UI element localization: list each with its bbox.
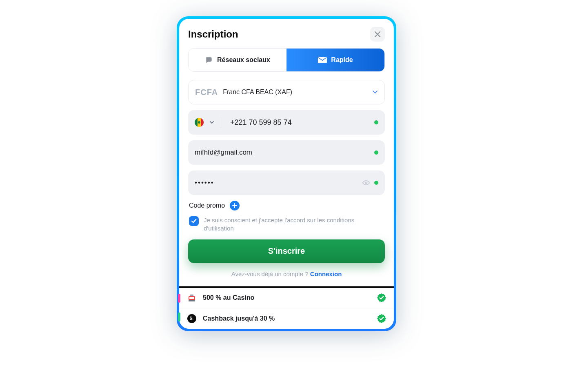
signup-card: Inscription Réseaux sociaux Rapide	[179, 19, 394, 286]
accent-pink	[178, 294, 180, 303]
svg-rect-4	[190, 295, 193, 296]
slot-machine-icon	[187, 292, 197, 303]
page-title: Inscription	[188, 29, 238, 40]
verified-badge-icon	[377, 293, 386, 303]
login-link[interactable]: Connexion	[310, 270, 342, 277]
promo-cashback-label: Cashback jusqu'à 30 %	[203, 315, 371, 322]
check-icon	[191, 219, 197, 224]
svg-rect-5	[189, 300, 195, 301]
phone-country-chevron-down-icon[interactable]	[209, 121, 214, 124]
password-input[interactable]: ••••••	[195, 179, 362, 187]
promo-casino-label: 500 % au Casino	[203, 294, 371, 301]
tab-social-label: Réseaux sociaux	[217, 56, 270, 64]
svg-rect-3	[189, 297, 194, 299]
chat-icon	[205, 56, 213, 64]
terms-text: Je suis conscient et j'accepte l'accord …	[204, 216, 384, 233]
svg-rect-0	[318, 57, 327, 63]
status-valid-dot	[374, 151, 378, 155]
chevron-down-icon	[372, 90, 378, 94]
tab-social[interactable]: Réseaux sociaux	[189, 49, 286, 71]
svg-text:$↕: $↕	[190, 316, 194, 321]
accent-green	[178, 312, 180, 321]
promo-strip: 500 % au Casino $↕ Cashback jusqu'à 30 %	[179, 286, 394, 329]
password-field[interactable]: ••••••	[188, 171, 385, 195]
eye-icon[interactable]	[362, 179, 370, 187]
phone-field[interactable]: +221 70 599 85 74	[188, 110, 385, 135]
email-input[interactable]: mifhfd@gmail.com	[195, 148, 374, 157]
currency-code: FCFA	[195, 88, 218, 97]
close-icon	[375, 31, 380, 37]
login-row: Avez-vous déjà un compte ? Connexion	[188, 270, 385, 277]
email-field[interactable]: mifhfd@gmail.com	[188, 140, 385, 165]
separator	[221, 117, 221, 128]
plus-icon	[232, 203, 237, 208]
terms-checkbox[interactable]	[189, 216, 199, 226]
currency-name: Franc CFA BEAC (XAF)	[223, 89, 372, 96]
signup-tabs: Réseaux sociaux Rapide	[188, 48, 385, 72]
signup-button-label: S'inscrire	[268, 246, 305, 256]
status-valid-dot	[374, 120, 378, 124]
tab-quick[interactable]: Rapide	[286, 49, 384, 71]
flag-senegal-icon	[195, 118, 204, 127]
phone-frame: Inscription Réseaux sociaux Rapide	[177, 16, 396, 331]
svg-point-1	[365, 182, 367, 184]
tab-quick-label: Rapide	[331, 56, 353, 64]
signup-button[interactable]: S'inscrire	[188, 239, 385, 263]
login-prefix: Avez-vous déjà un compte ?	[231, 270, 310, 277]
envelope-icon	[318, 57, 327, 63]
phone-input[interactable]: +221 70 599 85 74	[230, 118, 369, 127]
verified-badge-icon	[377, 314, 386, 323]
currency-select[interactable]: FCFA Franc CFA BEAC (XAF)	[188, 80, 385, 104]
terms-prefix: Je suis conscient et j'accepte	[204, 217, 284, 224]
cashback-icon: $↕	[187, 313, 197, 324]
close-button[interactable]	[370, 27, 385, 42]
promo-item-casino[interactable]: 500 % au Casino	[179, 288, 394, 308]
promo-label: Code promo	[189, 202, 225, 209]
promo-item-cashback[interactable]: $↕ Cashback jusqu'à 30 %	[179, 308, 394, 329]
status-valid-dot	[374, 181, 378, 185]
promo-add-button[interactable]	[230, 201, 240, 210]
